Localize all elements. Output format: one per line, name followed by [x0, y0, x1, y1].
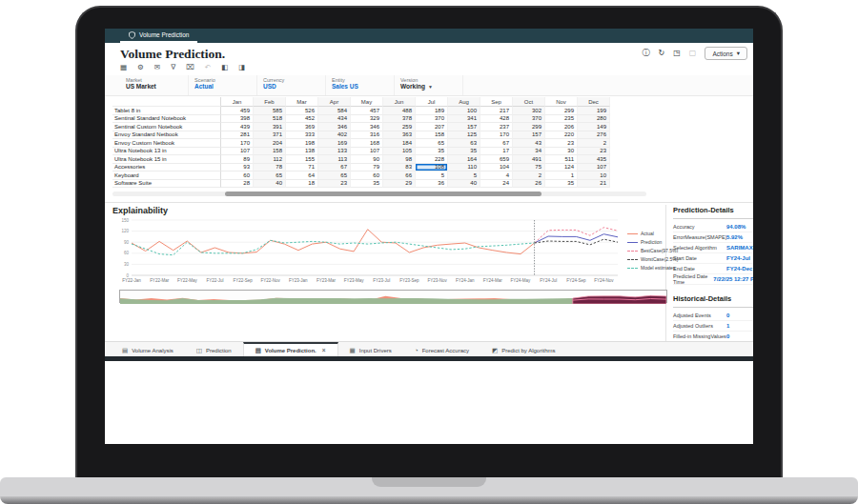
data-cell[interactable]: 112: [254, 155, 286, 164]
data-cell[interactable]: 90: [351, 155, 383, 164]
eraser-icon[interactable]: ⌧: [186, 63, 194, 71]
data-cell[interactable]: 35: [416, 148, 448, 156]
data-cell[interactable]: 65: [254, 171, 286, 180]
filter-value[interactable]: Sales US: [332, 83, 380, 90]
explore-icon[interactable]: ◳: [673, 49, 681, 58]
data-cell[interactable]: 391: [254, 123, 286, 131]
legend-item[interactable]: Model estimates: [627, 265, 678, 271]
expand-icon[interactable]: ▢: [689, 49, 697, 58]
data-cell[interactable]: 170: [480, 131, 513, 140]
data-cell[interactable]: 125: [448, 131, 480, 140]
app-tab-volume-prediction[interactable]: Volume Prediction: [120, 29, 197, 43]
filter-scenario[interactable]: ScenarioActual: [189, 75, 257, 95]
data-cell[interactable]: 659: [480, 155, 513, 164]
month-header-dec[interactable]: Dec: [578, 97, 610, 107]
data-cell[interactable]: 434: [318, 115, 351, 124]
data-cell[interactable]: 584: [318, 107, 351, 115]
month-header-oct[interactable]: Oct: [513, 97, 545, 107]
data-cell[interactable]: 398: [221, 115, 254, 124]
selection-handle[interactable]: [445, 169, 447, 171]
data-cell[interactable]: 133: [318, 148, 351, 156]
data-cell[interactable]: 168: [351, 139, 383, 148]
data-cell[interactable]: 35: [545, 180, 578, 189]
data-cell[interactable]: 220: [545, 131, 578, 140]
month-header-feb[interactable]: Feb: [254, 97, 286, 107]
data-cell[interactable]: 75: [513, 164, 545, 172]
data-cell[interactable]: 371: [254, 131, 286, 140]
row-header[interactable]: Keyboard: [112, 171, 221, 180]
filter-market[interactable]: MarketUS Market: [120, 75, 189, 95]
data-cell[interactable]: 280: [578, 115, 610, 124]
data-cell[interactable]: 157: [448, 123, 480, 131]
legend-item[interactable]: BestCase(97.5%): [627, 248, 678, 253]
filter-icon[interactable]: ∇: [171, 63, 175, 71]
data-cell[interactable]: 24: [480, 180, 513, 189]
data-cell[interactable]: 40: [254, 180, 286, 189]
data-cell[interactable]: 511: [545, 155, 578, 164]
bottom-tab-volume-prediction-[interactable]: ▤Volume Prediction.×: [243, 342, 338, 356]
data-cell[interactable]: 363: [383, 131, 416, 140]
data-cell[interactable]: 40: [448, 180, 480, 189]
data-cell[interactable]: 439: [221, 123, 254, 131]
legend-item[interactable]: WorstCase(2.5%): [627, 256, 678, 262]
data-cell[interactable]: 36: [416, 180, 448, 189]
horizontal-scrollbar-thumb[interactable]: [225, 192, 541, 196]
data-cell[interactable]: 23: [545, 139, 578, 148]
data-cell[interactable]: 237: [480, 123, 513, 131]
data-cell[interactable]: 110: [448, 164, 480, 172]
selected-cell[interactable]: 108: [416, 164, 448, 172]
bottom-tab-input-drivers[interactable]: ▦Input Drivers: [338, 342, 403, 356]
data-cell[interactable]: 2: [513, 171, 545, 180]
data-cell[interactable]: 79: [351, 164, 383, 172]
month-header-sep[interactable]: Sep: [480, 97, 513, 107]
data-cell[interactable]: 100: [448, 107, 480, 115]
data-cell[interactable]: 204: [254, 139, 286, 148]
overview-band-chart[interactable]: [119, 290, 667, 303]
data-cell[interactable]: 107: [221, 148, 254, 156]
bottom-tab-prediction[interactable]: ◫Prediction: [185, 342, 243, 356]
data-cell[interactable]: 189: [416, 107, 448, 115]
data-cell[interactable]: 149: [578, 123, 610, 131]
data-cell[interactable]: 10: [578, 171, 610, 180]
row-header[interactable]: Sentinal Custom Notebook: [112, 123, 221, 131]
data-cell[interactable]: 370: [513, 115, 545, 124]
data-cell[interactable]: 65: [416, 139, 448, 148]
data-cell[interactable]: 43: [513, 139, 545, 148]
data-cell[interactable]: 333: [286, 131, 318, 140]
filter-value[interactable]: Actual: [194, 83, 243, 90]
data-cell[interactable]: 585: [254, 107, 286, 115]
data-cell[interactable]: 104: [480, 164, 513, 172]
close-icon[interactable]: ×: [322, 347, 326, 353]
data-cell[interactable]: 302: [513, 107, 545, 115]
bottom-tab-forecast-accuracy[interactable]: ◔Forecast Accuracy: [403, 342, 480, 356]
data-cell[interactable]: 26: [513, 180, 545, 189]
data-cell[interactable]: 170: [221, 139, 254, 148]
data-cell[interactable]: 259: [383, 123, 416, 131]
data-cell[interactable]: 105: [383, 148, 416, 156]
legend-item[interactable]: Prediction: [627, 239, 678, 245]
data-cell[interactable]: 60: [221, 171, 254, 180]
data-cell[interactable]: 60: [351, 171, 383, 180]
data-cell[interactable]: 299: [513, 123, 545, 131]
comment-icon[interactable]: ✉: [154, 63, 160, 71]
data-cell[interactable]: 428: [480, 115, 513, 124]
month-header-jun[interactable]: Jun: [383, 97, 416, 107]
data-cell[interactable]: 316: [351, 131, 383, 140]
data-cell[interactable]: 107: [578, 164, 610, 172]
data-cell[interactable]: 276: [578, 131, 610, 140]
data-cell[interactable]: 155: [286, 155, 318, 164]
row-header[interactable]: Accessories: [112, 164, 221, 172]
data-cell[interactable]: 107: [351, 148, 383, 156]
horizontal-scrollbar-track[interactable]: [112, 192, 646, 196]
data-cell[interactable]: 23: [318, 180, 351, 189]
data-cell[interactable]: 5: [448, 171, 480, 180]
row-header[interactable]: Ultra Notebook 15 in: [112, 155, 221, 164]
data-cell[interactable]: 378: [383, 115, 416, 124]
data-cell[interactable]: 5: [416, 171, 448, 180]
filter-value[interactable]: Working▼: [400, 83, 449, 90]
info-icon[interactable]: ⓘ: [643, 49, 650, 58]
data-cell[interactable]: 67: [318, 164, 351, 172]
data-cell[interactable]: 206: [545, 123, 578, 131]
data-cell[interactable]: 1: [545, 171, 578, 180]
member-settings-icon[interactable]: ⚙: [137, 63, 144, 71]
